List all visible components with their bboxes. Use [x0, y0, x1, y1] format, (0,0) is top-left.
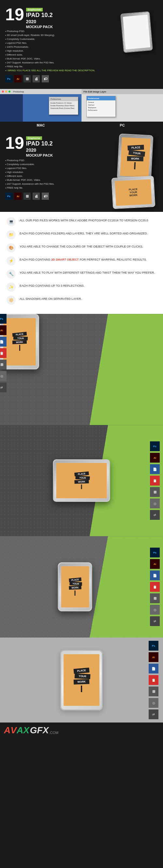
- feature-item-7: 🔆 ALL SHADOWS ARE ON SEPARATED LAYER.: [6, 296, 157, 305]
- showcase2-pdf-icon: 📋: [150, 476, 160, 486]
- folder-icon: 📁: [9, 232, 14, 237]
- showcase4-ps-icon: Ps: [149, 641, 158, 651]
- mac-dot-green: [8, 91, 10, 93]
- ipad-vertical-3: PLACE YOUR WORK: [58, 562, 92, 611]
- hero2-bullet-7: 24/7 Support. Assistance with the PSD fi…: [5, 182, 108, 186]
- showcase1-doc-icon: 📄: [0, 337, 6, 346]
- hero2-bullet-6: Multi-format: PDF, DOC, Video.: [5, 178, 108, 182]
- mac-main: Preferences Enable Preview in CC Viewer …: [23, 94, 81, 122]
- hero2-tag-icon: 🏷: [42, 192, 49, 200]
- avax-logo[interactable]: A V A X GFX .COM: [4, 725, 58, 736]
- avax-x: X: [23, 725, 29, 736]
- showcase3-refl-icon: ⇌: [150, 616, 160, 626]
- showcase1-layers-icon: ⊞: [0, 360, 6, 369]
- graphicriver-badge: Graphicriver: [26, 6, 53, 12]
- hero-year: 2020: [26, 19, 53, 24]
- ai-icon: Ai: [14, 75, 22, 83]
- showcase4-smart-icon: ◎: [149, 698, 158, 708]
- pc-item: File Edit Image Layer Preferences Genera…: [81, 89, 163, 130]
- hero-bullet-6: High resolution.: [5, 49, 112, 53]
- hero-title: IPAD 10.2: [26, 12, 53, 19]
- hero-bullet-8: Multi-format: PDF, DOC, Video.: [5, 57, 112, 61]
- pc-taskbar: File Edit Image Layer: [81, 89, 163, 94]
- showcase3-smart-icon: ◎: [150, 605, 160, 615]
- features-section: 💻 ALL OUR PSD FILES WORKS WITH ONLY ADOB…: [0, 212, 163, 314]
- signpost-graphic: PLACE YOUR WORK: [125, 145, 145, 170]
- feature-icon-6: ✨: [6, 282, 16, 291]
- settings-icon: 🔧: [9, 272, 14, 276]
- feature-text-6: EACH PSD CONTAINS UP TO 3 REFLECTIONS.: [19, 282, 84, 288]
- hero2-layers-icon: ⊞: [24, 192, 31, 200]
- showcase1-refl-icon: ⇌: [0, 382, 6, 392]
- hero-bullet-1: Photoshop PSD.: [5, 29, 112, 33]
- signpost-h2: PLACE YOUR WORK: [73, 472, 90, 489]
- mac-screenshot: Photoshop Preferences Enable Preview in …: [0, 89, 81, 122]
- showcase4-doc-icon: 📄: [149, 664, 158, 674]
- showcase2-doc-icon: 📄: [150, 464, 160, 474]
- showcase3-pdf-icon: 📋: [150, 582, 160, 592]
- hero-bullets-list: Photoshop PSD. 3D smart (multi-layer, Re…: [5, 29, 112, 72]
- showcase2-smart-icon: ◎: [150, 499, 160, 508]
- hero2-bullet-5: Different sizes.: [5, 174, 108, 178]
- showcase1-ai-icon: Ai: [0, 325, 6, 335]
- mac-sidebar: [0, 94, 23, 122]
- hero2-bullet-4: High resolution.: [5, 170, 108, 174]
- hero-bullet-7: Different sizes.: [5, 53, 112, 57]
- showcase3-ps-icon: Ps: [150, 548, 160, 557]
- signpost-v3: PLACE YOUR WORK: [68, 578, 82, 596]
- feature-text-2: EACH PSD CONTAINS FOLDERS AND LAYERS, TH…: [19, 230, 148, 236]
- feature-icon-7: 🔆: [6, 296, 16, 305]
- hero-section-1: 19 Graphicriver IPAD 10.2 2020 MOCKUP PA…: [0, 0, 163, 86]
- hero2-icons-row: Ps Ai ⊞ 🖨 🏷: [5, 192, 108, 200]
- ipad-poster-device: PLACE YOUR WORK: [117, 134, 153, 181]
- hero-bullet-4: Layered PSD files.: [5, 41, 112, 45]
- feature-item-3: 🎨 YOU ARE ABLE TO CHANGE THE COLOURS OF …: [6, 243, 157, 252]
- hero2-number: 19: [5, 134, 24, 151]
- ipad-screen-h2: PLACE YOUR WORK: [56, 463, 107, 498]
- mac-dot-red: [2, 91, 4, 93]
- ps-icon: Ps: [5, 75, 12, 83]
- hero2-ai-icon: Ai: [14, 192, 22, 200]
- showcase2-ipad: PLACE YOUR WORK: [53, 459, 110, 502]
- mac-label: MAC: [0, 122, 81, 130]
- mac-item: Photoshop Preferences Enable Preview in …: [0, 89, 81, 130]
- plain-ipad-screen: PLACE YOUR WORK: [64, 654, 99, 706]
- mac-menu-bar: Photoshop: [0, 89, 81, 94]
- badge-icon: Graphicriver: [26, 8, 43, 11]
- ipad-screen-hero: [123, 15, 150, 50]
- showcase1-icons: Ps Ai 📄 📋 ⊞ ◎ ⇌: [0, 314, 160, 425]
- ipad-horizontal-preview: PLACEYOURWORK: [112, 176, 156, 209]
- feature-text-4: EACH PSD CONTAINS 3D SMART OBJECT FOR PE…: [19, 256, 147, 262]
- hero-bullet-3: Completely Customizable.: [5, 37, 112, 41]
- hero2-left: 19 Graphicrive IPAD 10.2 2020 MOCKUP PAC…: [5, 134, 108, 200]
- showcase1-ps-icon: Ps: [0, 314, 6, 324]
- mac-pc-images-row: Photoshop Preferences Enable Preview in …: [0, 89, 163, 130]
- footer-com: .COM: [49, 731, 58, 736]
- showcase1-pdf-icon: 📋: [0, 348, 6, 358]
- hero2-title: IPAD 10.2: [26, 141, 53, 147]
- showcase3-icons: Ps Ai 📄 📋 ⊞ ◎ ⇌: [150, 548, 160, 626]
- smart-obj-icon: ⚡: [9, 258, 14, 263]
- showcase2-refl-icon: ⇌: [150, 510, 160, 520]
- reflection-icon: ✨: [9, 285, 14, 289]
- feature-text-3: YOU ARE ABLE TO CHANGE THE COLOURS OF TH…: [19, 243, 143, 249]
- avax-a2: A: [16, 725, 23, 736]
- mac-dot-yellow: [5, 91, 7, 93]
- feature-icon-2: 📁: [6, 230, 16, 239]
- avax-v: V: [10, 725, 16, 736]
- hero2-year: 2020: [26, 148, 53, 153]
- feature-text-5: YOU ARE ABLE TO PLAY WITH DIFFERENT SETT…: [19, 269, 155, 275]
- footer-section: A V A X GFX .COM: [0, 722, 163, 738]
- feature-text-1: ALL OUR PSD FILES WORKS WITH ONLY ADOBE …: [19, 217, 148, 223]
- showcase-3: PLACE YOUR WORK Ps Ai 📄 📋 ⊞ ◎ ⇌: [0, 536, 163, 638]
- hero2-badge: Graphicrive: [28, 137, 40, 139]
- pc-screenshot: File Edit Image Layer Preferences Genera…: [81, 89, 163, 122]
- hero2-right-ipad: PLACE YOUR WORK PLACEYOURWORK: [112, 134, 158, 208]
- hero-icons-row: Ps Ai ⊞ 🖨 🏷: [5, 75, 112, 83]
- showcase4-refl-icon: ⇌: [149, 709, 158, 719]
- showcase4-pdf-icon: 📋: [149, 675, 158, 685]
- laptop-icon: 💻: [9, 219, 14, 224]
- showcase-2: PLACE YOUR WORK Ps Ai 📄 📋 ⊞ ◎ ⇌: [0, 425, 163, 536]
- hero2-bullet-3: Layered PSD files.: [5, 166, 108, 170]
- feature-item-1: 💻 ALL OUR PSD FILES WORKS WITH ONLY ADOB…: [6, 217, 157, 226]
